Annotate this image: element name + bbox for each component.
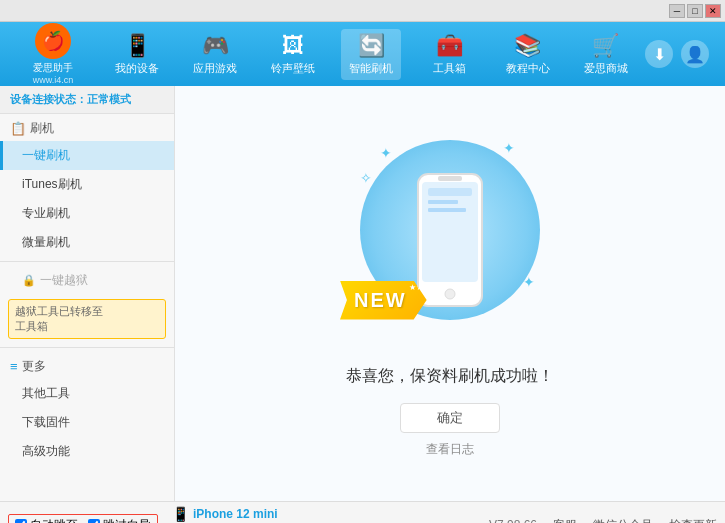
skip-wizard-checkbox[interactable]: 跳过向导 — [88, 517, 151, 524]
logo-text: 爱思助手 www.i4.cn — [33, 61, 74, 85]
device-phone-icon: 📱 — [172, 506, 189, 522]
revisit-link[interactable]: 查看日志 — [426, 441, 474, 458]
sidebar-item-wipe-flash[interactable]: 微量刷机 — [0, 228, 174, 257]
mall-label: 爱思商城 — [584, 61, 628, 76]
divider-1 — [0, 261, 174, 262]
phone-svg — [410, 170, 490, 310]
nav-right-buttons: ⬇ 👤 — [645, 40, 709, 68]
more-section-title: ≡ 更多 — [0, 352, 174, 379]
jailbreak-notice: 越狱工具已转移至工具箱 — [8, 299, 166, 339]
flash-section-title: 📋 刷机 — [0, 114, 174, 141]
toolbox-label: 工具箱 — [433, 61, 466, 76]
nav-items: 📱 我的设备 🎮 应用游戏 🖼 铃声壁纸 🔄 智能刷机 🧰 工具箱 📚 教程中心… — [98, 29, 645, 80]
device-status-row: 自动跳至 跳过向导 📱 iPhone 12 mini 64GB Down-12m… — [0, 502, 725, 523]
logo: 🍎 爱思助手 www.i4.cn — [8, 23, 98, 85]
smart-flash-label: 智能刷机 — [349, 61, 393, 76]
svg-rect-5 — [428, 200, 458, 204]
svg-rect-2 — [438, 176, 462, 181]
confirm-button[interactable]: 确定 — [400, 403, 500, 433]
nav-smart-flash[interactable]: 🔄 智能刷机 — [341, 29, 401, 80]
sparkle-2: ✦ — [503, 140, 515, 156]
nav-my-device[interactable]: 📱 我的设备 — [107, 29, 167, 80]
sidebar: 设备连接状态：正常模式 📋 刷机 一键刷机 iTunes刷机 专业刷机 微量刷机… — [0, 86, 175, 501]
main-layout: 设备连接状态：正常模式 📋 刷机 一键刷机 iTunes刷机 专业刷机 微量刷机… — [0, 86, 725, 501]
close-button[interactable]: ✕ — [705, 4, 721, 18]
apps-games-label: 应用游戏 — [193, 61, 237, 76]
svg-rect-6 — [428, 208, 466, 212]
bottom-area: 自动跳至 跳过向导 📱 iPhone 12 mini 64GB Down-12m… — [0, 501, 725, 523]
sidebar-item-other-tools[interactable]: 其他工具 — [0, 379, 174, 408]
bottom-right-links: V7.98.66 客服 微信公众号 检查更新 — [489, 517, 717, 524]
tutorial-label: 教程中心 — [506, 61, 550, 76]
toolbox-icon: 🧰 — [436, 33, 463, 59]
skip-wizard-input[interactable] — [88, 519, 100, 523]
divider-2 — [0, 347, 174, 348]
svg-point-3 — [445, 289, 455, 299]
ringtone-label: 铃声壁纸 — [271, 61, 315, 76]
sidebar-item-itunes-flash[interactable]: iTunes刷机 — [0, 170, 174, 199]
check-update-link[interactable]: 检查更新 — [669, 517, 717, 524]
skip-wizard-label: 跳过向导 — [103, 517, 151, 524]
smart-flash-icon: 🔄 — [358, 33, 385, 59]
success-illustration: ✦ ✦ ✧ ✦ NEW ★★ — [350, 130, 550, 350]
svg-rect-4 — [428, 188, 472, 196]
minimize-button[interactable]: ─ — [669, 4, 685, 18]
device-name: iPhone 12 mini — [193, 507, 278, 521]
new-banner: NEW ★★ — [340, 281, 427, 320]
device-info: 📱 iPhone 12 mini 64GB Down-12mini-13.1 — [172, 506, 278, 523]
apps-games-icon: 🎮 — [202, 33, 229, 59]
jailbreak-section: 🔒 一键越狱 — [0, 266, 174, 295]
nav-mall[interactable]: 🛒 爱思商城 — [576, 29, 636, 80]
nav-toolbox[interactable]: 🧰 工具箱 — [420, 29, 480, 80]
mall-icon: 🛒 — [592, 33, 619, 59]
sparkle-3: ✧ — [360, 170, 372, 186]
user-button[interactable]: 👤 — [681, 40, 709, 68]
nav-tutorial[interactable]: 📚 教程中心 — [498, 29, 558, 80]
ringtone-icon: 🖼 — [282, 33, 304, 59]
success-title: 恭喜您，保资料刷机成功啦！ — [346, 366, 554, 387]
more-section-icon: ≡ — [10, 359, 18, 374]
nav-ringtone[interactable]: 🖼 铃声壁纸 — [263, 29, 323, 80]
wechat-link[interactable]: 微信公众号 — [593, 517, 653, 524]
my-device-icon: 📱 — [124, 33, 151, 59]
content-area: ✦ ✦ ✧ ✦ NEW ★★ 恭喜您，保资料刷机成功啦！ 确定 — [175, 86, 725, 501]
maximize-button[interactable]: □ — [687, 4, 703, 18]
device-status-bar: 设备连接状态：正常模式 — [0, 86, 174, 114]
nav-apps-games[interactable]: 🎮 应用游戏 — [185, 29, 245, 80]
my-device-label: 我的设备 — [115, 61, 159, 76]
auto-jump-label: 自动跳至 — [30, 517, 78, 524]
lock-icon: 🔒 — [22, 274, 36, 287]
tutorial-icon: 📚 — [514, 33, 541, 59]
auto-jump-input[interactable] — [15, 519, 27, 523]
checkbox-group: 自动跳至 跳过向导 — [8, 514, 158, 524]
new-badge-text: NEW — [354, 289, 407, 312]
status-label: 设备连接状态： — [10, 93, 87, 105]
support-link[interactable]: 客服 — [553, 517, 577, 524]
sidebar-item-one-key-flash[interactable]: 一键刷机 — [0, 141, 174, 170]
status-value: 正常模式 — [87, 93, 131, 105]
flash-section-icon: 📋 — [10, 121, 26, 136]
title-bar: ─ □ ✕ — [0, 0, 725, 22]
sidebar-item-pro-flash[interactable]: 专业刷机 — [0, 199, 174, 228]
version-label: V7.98.66 — [489, 518, 537, 523]
auto-jump-checkbox[interactable]: 自动跳至 — [15, 517, 78, 524]
sidebar-item-download-firmware[interactable]: 下载固件 — [0, 408, 174, 437]
sparkle-1: ✦ — [380, 145, 392, 161]
logo-icon: 🍎 — [35, 23, 71, 59]
svg-rect-1 — [422, 182, 478, 282]
download-button[interactable]: ⬇ — [645, 40, 673, 68]
sidebar-item-advanced[interactable]: 高级功能 — [0, 437, 174, 466]
sparkle-4: ✦ — [523, 274, 535, 290]
top-nav: 🍎 爱思助手 www.i4.cn 📱 我的设备 🎮 应用游戏 🖼 铃声壁纸 🔄 … — [0, 22, 725, 86]
